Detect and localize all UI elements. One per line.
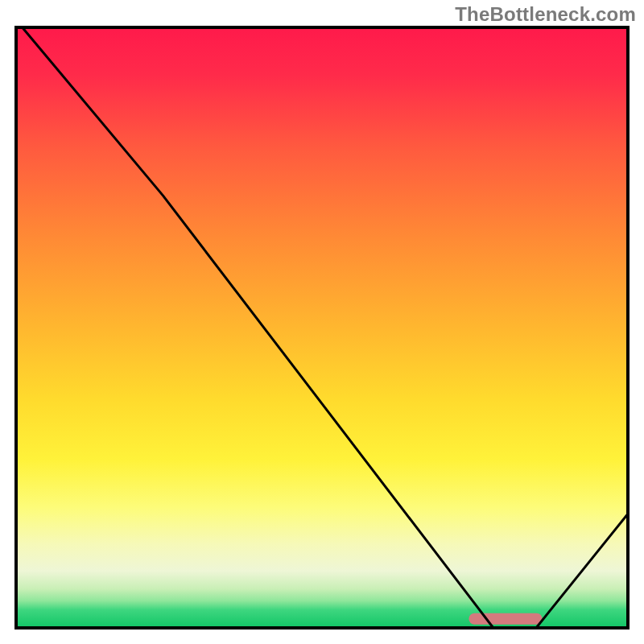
bottleneck-chart xyxy=(0,0,644,644)
chart-container: TheBottleneck.com xyxy=(0,0,644,644)
plot-background xyxy=(16,27,628,628)
watermark-text: TheBottleneck.com xyxy=(455,3,636,26)
optimal-range-bar xyxy=(469,613,542,625)
